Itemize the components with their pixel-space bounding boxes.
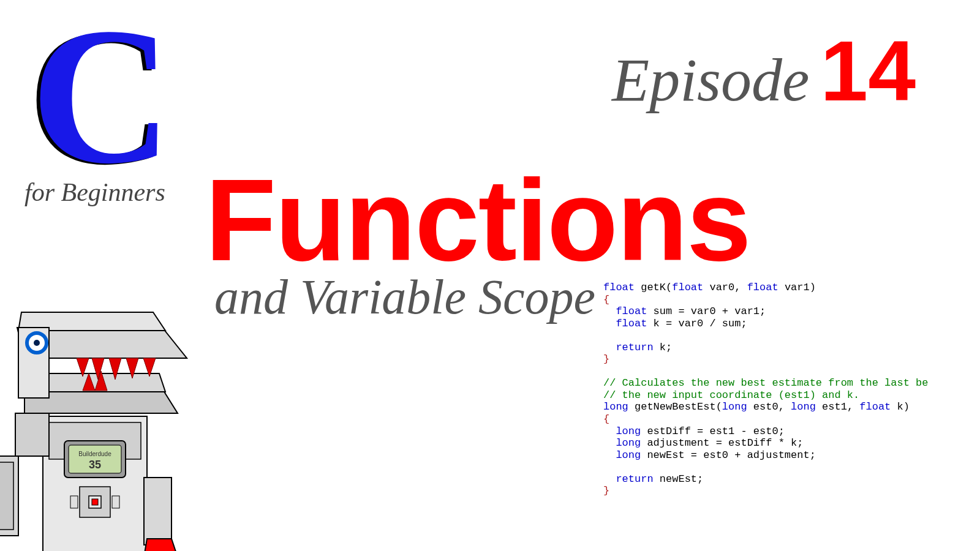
episode-word: Episode: [612, 45, 809, 115]
episode-label: Episode 14: [612, 21, 916, 121]
code-snippet: float getK(float var0, float var1) { flo…: [603, 282, 980, 497]
svg-rect-11: [70, 496, 78, 508]
svg-rect-28: [15, 413, 49, 456]
svg-text:Builderdude: Builderdude: [78, 451, 111, 457]
robot-mascot-icon: Builderdude 35: [0, 294, 202, 551]
episode-number: 14: [820, 21, 916, 121]
svg-rect-13: [144, 478, 172, 545]
subtitle: and Variable Scope: [214, 269, 595, 325]
svg-text:35: 35: [89, 459, 101, 471]
logo-letter: C: [31, 12, 166, 179]
svg-point-27: [34, 340, 40, 346]
svg-rect-12: [112, 496, 119, 508]
logo-subtitle: for Beginners: [24, 178, 165, 207]
svg-rect-1: [0, 462, 13, 530]
svg-rect-10: [92, 499, 98, 505]
main-title: Functions: [205, 153, 750, 287]
